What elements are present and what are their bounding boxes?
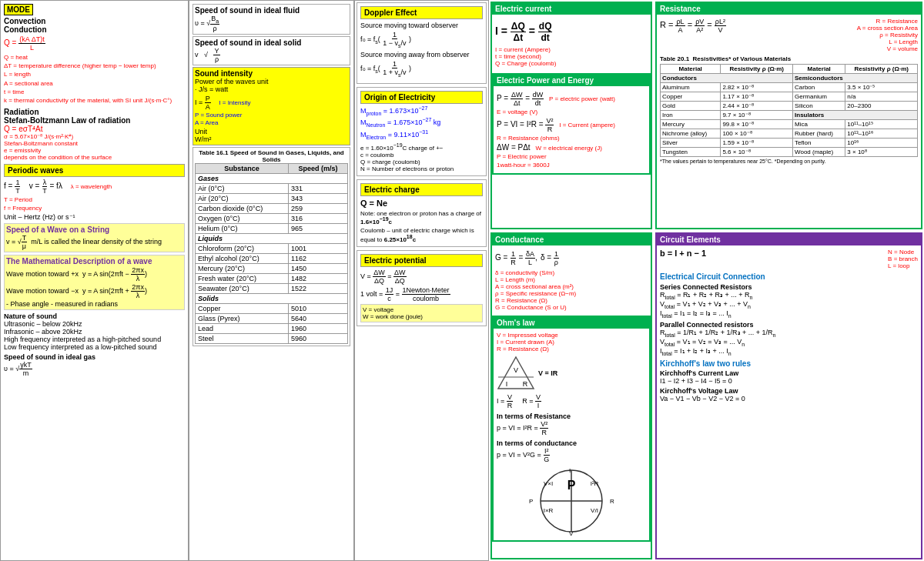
speed-ideal-solid-formula: v √ Yρ [195, 47, 348, 63]
electric-charge-header: Electric charge [360, 183, 483, 196]
left-column: MODE Convection Conduction Q = (kA ΔT)tL… [0, 0, 189, 561]
kirchhoff-current-title: Kirchhoff's Current Law [660, 369, 918, 377]
table-row: Gold2.44 × 10⁻⁸Silicon20–2300 [661, 102, 918, 111]
conduction-formula: Q = (kA ΔT)tL [4, 35, 185, 52]
speed-string-title: Speed of a Wave on a String [6, 225, 182, 234]
power-unit-label: Power of the waves unit [195, 78, 348, 85]
conductors-label: Conductors [661, 74, 793, 83]
resistance-terms-title: In terms of Resistance [497, 412, 646, 420]
resistivity-note: *The values pertain to temperatures near… [660, 159, 918, 164]
table-row: Carbon dioxide (0°C)259 [196, 203, 348, 213]
conductance-formulas: G = 1R = δAL, δ = 1ρ [495, 250, 648, 266]
electric-current-formula: I = ΔQΔt = dQdt [495, 21, 648, 43]
table-row: Copper5010 [196, 303, 348, 313]
svg-text:R: R [610, 498, 614, 505]
origin-vars: e = 1.60×10−19C charge of +− c = coulomb… [360, 142, 483, 172]
conductance-header: Conductance [492, 234, 651, 245]
vir-triangles: V I R V = IR [497, 356, 646, 390]
table-row: Air (20°C)343 [196, 193, 348, 203]
voltage-work-note: V = voltageW = work done (joule) [360, 304, 483, 322]
coulomb-note: Note: one electron or proton has a charg… [360, 210, 483, 226]
table-row: Aluminum2.82 × 10⁻⁸Carbon3.5 × 10⁻⁵ [661, 83, 918, 92]
doppler-toward: Source moving toward observer f₀ = fs( 1… [360, 22, 483, 48]
speed-ideal-fluid-title: Speed of sound in ideal fluid [195, 6, 348, 15]
speed-ideal-fluid-formula: υ = √Baρ [195, 15, 348, 32]
neutron-mass: MNeutron = 1.675×10−27 kg [360, 117, 483, 128]
nature-sound-section: Nature of sound Ultrasonic – below 20kHz… [4, 312, 185, 351]
resistivity-table-title: Table 20.1 Resistivities* of Various Mat… [660, 55, 918, 62]
col-speed: Speed (m/s) [288, 163, 347, 173]
series-title: Series Connected Resistors [660, 283, 918, 291]
mid-column: Speed of sound in ideal fluid υ = √Baρ S… [189, 0, 354, 561]
electric-potential-section: Electric potential V = ΔWΔQ = ΔWΔQ 1 vol… [357, 250, 487, 326]
electric-current-panel: Electric current I = ΔQΔt = dQdt I = cur… [490, 2, 652, 229]
mid-right-column: Doppler Effect Source moving toward obse… [354, 0, 489, 561]
ohms-law-section: Ohm's law V = Impressed voltage I = Curr… [492, 316, 651, 542]
table-row: Glass (Pyrex)5640 [196, 313, 348, 323]
kirchhoff-voltage-title: Kirchhoff's Voltage Law [660, 387, 918, 395]
svg-text:I×R: I×R [544, 507, 554, 514]
circuit-elements-vars: N = Node B = branch L = loop [888, 249, 918, 269]
col-substance: Substance [196, 163, 289, 173]
origin-electricity-section: Origin of Electricity Mproton = 1.673×10… [357, 87, 487, 176]
doppler-section: Doppler Effect Source moving toward obse… [357, 2, 487, 84]
sound-type-1: Ultrasonic – below 20kHz [4, 320, 185, 328]
speed-ideal-fluid-section: Speed of sound in ideal fluid υ = √Baρ [192, 4, 350, 35]
svg-text:P: P [567, 479, 576, 492]
right-top: Electric current I = ΔQΔt = dQdt I = cur… [489, 0, 924, 231]
table-row: Fresh water (20°C)1482 [196, 273, 348, 283]
conductance-terms-formula: p = VI = V²G = I²G [497, 447, 646, 463]
proton-mass: Mproton = 1.673×10−27 [360, 105, 483, 116]
series-formulas: Rtotal = R₁ + R₂ + R₃ + ... + Rn Vtotal … [660, 291, 918, 318]
intensity-formula: I = PA I = IntensityP = Sound powerA = A… [195, 95, 348, 126]
solids-label: Solids [196, 293, 348, 303]
emissivity: e = emissivity [4, 147, 185, 154]
resistivity-table-section: Table 20.1 Resistivities* of Various Mat… [660, 55, 918, 164]
sound-intensity-section: Sound intensity Power of the waves unit … [192, 67, 350, 145]
speed-ideal-solid-section: Speed of sound in ideal solid v √ Yρ [192, 36, 350, 65]
power-formula2: P = VI = I²R = V²R I = Current (ampere) … [497, 117, 646, 142]
circuit-elements-formula: b = l + n − 1 [660, 249, 706, 269]
unit-label: Unit [195, 128, 348, 135]
conductance-panel: Conductance G = 1R = δAL, δ = 1ρ δ = con… [490, 232, 652, 559]
volt-formula: 1 volt = 1Jc = 1Newton·Metercoulomb [360, 286, 483, 302]
svg-text:I: I [506, 380, 508, 388]
svg-text:V: V [569, 530, 574, 536]
table-title: Table 16.1 Speed of Sound in Gases, Liqu… [195, 149, 348, 163]
table-row: Mercury (20°C)1450 [196, 263, 348, 273]
wave-minus: Wave motion toward −x y = A sin(2πft + 2… [6, 283, 182, 299]
svg-text:I²R: I²R [591, 480, 599, 487]
speed-table: Substance Speed (m/s) Gases Air (0°C)331… [195, 163, 348, 344]
table-row: Silver1.59 × 10⁻⁸Teflon10¹⁶ [661, 139, 918, 148]
periodic-formulas: f = 1T v = λT = fλ λ = wavelengthT = Per… [4, 179, 185, 212]
gases-label: Gases [196, 173, 348, 183]
periodic-waves-section: Periodic waves f = 1T v = λT = fλ λ = wa… [4, 164, 185, 221]
stefan-constant: Stefan-Boltzmann constant [4, 140, 185, 147]
vir-triangle-1: V I R [497, 356, 535, 390]
circuit-elements-header: Circuit Elements [657, 234, 921, 245]
resistance-vars: R = Resistance A = cross section Area ρ … [857, 18, 918, 52]
speed-ideal-gas-section: Speed of sound in ideal gas υ = √γkTm [4, 353, 185, 377]
pi-diagram: P I×R V/I V×I I²R P R I V [497, 466, 646, 537]
doppler-away: Source moving away from observer f₀ = fs… [360, 51, 483, 78]
ohm-other-formulas: I = VR R = VI [497, 393, 646, 409]
liquids-label: Liquids [196, 233, 348, 243]
svg-text:V: V [514, 366, 518, 374]
electric-potential-formula: V = ΔWΔQ = ΔWΔQ [360, 269, 483, 285]
parallel-title: Parallel Connected resistors [660, 321, 918, 329]
speed-table-section: Table 16.1 Speed of Sound in Gases, Liqu… [192, 147, 350, 346]
math-desc-title: The Mathematical Description of a wave [6, 257, 182, 265]
energy-formula: ΔW = PΔt W = electrical energy (J) P = E… [497, 143, 646, 169]
periodic-waves-header: Periodic waves [4, 164, 185, 177]
table-row: Tungsten5.6 × 10⁻⁸Wood (maple)3 × 10⁸ [661, 148, 918, 157]
pi-circle-diagram: P I×R V/I V×I I²R P R I V [525, 466, 618, 536]
power-formula1: P = ΔWΔt = dWdt P = electric power (watt… [497, 91, 646, 115]
sound-type-2: Infrasonic – above 20kHz [4, 328, 185, 336]
wave-plus: Wave motion toward +x y = A sin(2πft − 2… [6, 266, 182, 282]
speed-ideal-gas-title: Speed of sound in ideal gas [4, 353, 185, 361]
electrical-connection-title: Electrical Circuit Connection [660, 272, 918, 281]
semiconductors-label: Semiconductors [793, 74, 918, 83]
resistance-panel: Resistance R = ρLA = ρVA² = ρL²V R = Res… [655, 2, 922, 229]
radiation-title: Radiation [4, 108, 185, 116]
svg-text:I: I [569, 467, 571, 474]
